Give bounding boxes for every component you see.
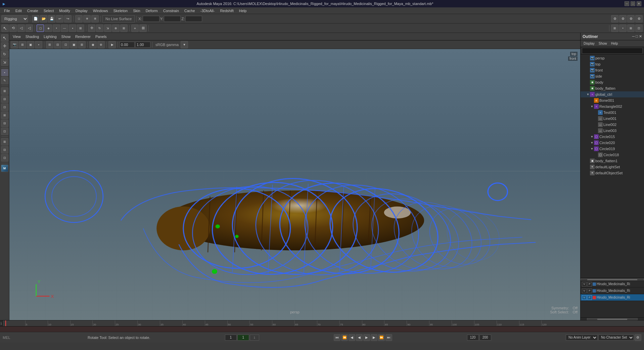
tree-item-default-lightset[interactable]: ✦ defaultLightSet xyxy=(581,164,644,170)
tree-item-body-flatten[interactable]: ▣ body_flatten xyxy=(581,85,644,91)
vp-layout3[interactable]: ⊡ xyxy=(62,41,70,48)
outliner-menu-display[interactable]: Display xyxy=(582,41,596,46)
tree-item-side[interactable]: 📷 side xyxy=(581,73,644,79)
outliner-close[interactable]: ✕ xyxy=(639,34,642,39)
anim-settings-btn[interactable]: ⚙ xyxy=(635,334,641,341)
mode-dropdown[interactable]: Rigging xyxy=(1,15,28,23)
sidebar-rotate[interactable]: ↻ xyxy=(1,50,8,58)
layer-p-2[interactable]: P xyxy=(587,289,592,293)
snap-button[interactable]: ⊞ xyxy=(91,15,99,23)
menu-create[interactable]: Create xyxy=(25,8,41,13)
snap-surface[interactable]: ⊡ xyxy=(635,25,643,32)
camera-top-label[interactable]: top xyxy=(570,52,578,56)
tree-item-line001[interactable]: — Line001 xyxy=(581,116,644,122)
y-input[interactable] xyxy=(164,16,181,22)
select-tool[interactable]: ↖ xyxy=(1,25,9,32)
menu-cache[interactable]: Cache xyxy=(182,8,198,13)
tree-item-persp[interactable]: 📷 persp xyxy=(581,55,644,61)
vp-layout4[interactable]: ▣ xyxy=(70,41,78,48)
sidebar-paint[interactable]: ✎ xyxy=(1,77,8,84)
menu-windows[interactable]: Windows xyxy=(90,8,111,13)
vp-wireframe[interactable]: ▣ xyxy=(27,41,34,48)
tree-item-top[interactable]: 📷 top xyxy=(581,61,644,67)
vp-menu-lighting[interactable]: Lighting xyxy=(42,34,59,39)
outliner-maximize[interactable]: □ xyxy=(636,34,638,39)
vp-value-a[interactable]: 0.00 xyxy=(120,42,135,48)
tree-item-global-ctrl[interactable]: ▼ + global_ctrl xyxy=(581,91,644,97)
menu-constrain[interactable]: Constrain xyxy=(160,8,182,13)
tree-item-circle015[interactable]: ▼ ◯ Circle015 xyxy=(581,134,644,140)
vp-render[interactable]: ▶ xyxy=(108,41,116,48)
menu-display[interactable]: Display xyxy=(73,8,90,13)
tree-item-default-objset[interactable]: ✦ defaultObjectSet xyxy=(581,170,644,176)
timeline-bar[interactable] xyxy=(0,326,644,332)
snap-point[interactable]: • xyxy=(619,25,627,32)
menu-help[interactable]: Help xyxy=(236,8,249,13)
sidebar-extra1[interactable]: ⊞ xyxy=(1,138,8,145)
prev-frame-button[interactable]: ⏪ xyxy=(341,334,348,341)
camera-front-label[interactable]: front xyxy=(568,56,578,61)
outliner-menu-show[interactable]: Show xyxy=(597,41,609,46)
select-mode-button[interactable]: ◻ xyxy=(75,15,83,23)
maya-icon-btn[interactable]: M xyxy=(1,165,8,172)
vp-grid[interactable]: ⊞ xyxy=(19,41,26,48)
vp-menu-panels[interactable]: Panels xyxy=(93,34,109,39)
sidebar-scale[interactable]: ⇲ xyxy=(1,58,8,66)
sidebar-rig2[interactable]: ⊟ xyxy=(1,95,8,103)
sidebar-select[interactable]: ↖ xyxy=(1,34,8,42)
anim-layer-dropdown[interactable]: No Anim Layer xyxy=(566,335,598,341)
lasso-tool[interactable]: ⟲ xyxy=(9,25,17,32)
close-button[interactable]: ✕ xyxy=(637,1,641,6)
vp-menu-view[interactable]: View xyxy=(11,34,23,39)
vp-smooth[interactable]: ▪ xyxy=(35,41,42,48)
next-frame-button[interactable]: ⏩ xyxy=(378,334,385,341)
menu-file[interactable]: File xyxy=(1,8,13,13)
tree-item-circle020[interactable]: ▼ ◯ Circle020 xyxy=(581,140,644,146)
z-input[interactable] xyxy=(185,16,202,22)
char-set-dropdown[interactable]: No Character Set xyxy=(598,335,634,341)
sidebar-rig3[interactable]: ⊡ xyxy=(1,103,8,111)
tree-item-front[interactable]: 📷 front xyxy=(581,67,644,73)
vp-gamma-dropdown[interactable]: ▼ xyxy=(181,41,188,48)
outliner-menu-help[interactable]: Help xyxy=(609,41,620,46)
vp-menu-renderer[interactable]: Renderer xyxy=(73,34,93,39)
universal-manip[interactable]: ⊕ xyxy=(112,25,120,32)
vp-menu-shading[interactable]: Shading xyxy=(24,34,41,39)
settings-button-1[interactable]: ⚙ xyxy=(611,15,618,23)
timeline-ruler[interactable]: 1 51015202530354045505560657075808590951… xyxy=(0,320,644,326)
minimize-button[interactable]: ─ xyxy=(625,1,629,6)
uv-select[interactable]: ⊞ xyxy=(77,25,84,32)
new-scene-button[interactable]: 📄 xyxy=(32,15,39,23)
tree-item-body[interactable]: ▣ body xyxy=(581,79,644,85)
box-select[interactable]: ◻ xyxy=(37,25,44,32)
frame-end-input[interactable] xyxy=(467,335,479,341)
vp-camera[interactable]: 📷 xyxy=(11,41,18,48)
layer-item-3[interactable]: V P Hirudo_Medicinalis_Ri xyxy=(581,294,644,301)
play-forward-button[interactable]: ▶ xyxy=(363,334,370,341)
x-input[interactable] xyxy=(143,16,159,22)
outliner-search-input[interactable] xyxy=(582,48,643,54)
custom-manip[interactable]: ⊞ xyxy=(120,25,128,32)
vp-layout1[interactable]: ⊞ xyxy=(46,41,53,48)
sidebar-move[interactable]: ✛ xyxy=(1,42,8,50)
soft-mod-tool[interactable]: ◁ xyxy=(26,25,33,32)
outliner-minimize[interactable]: ─ xyxy=(632,34,635,39)
menu-edit[interactable]: Edit xyxy=(13,8,25,13)
vp-menu-show[interactable]: Show xyxy=(59,34,73,39)
tree-item-bone001[interactable]: B Bone001 xyxy=(581,97,644,103)
play-back-button[interactable]: ◀ xyxy=(356,334,363,341)
face-select[interactable]: ▪ xyxy=(69,25,76,32)
menu-skeleton[interactable]: Skeleton xyxy=(110,8,130,13)
redo-button[interactable]: ↪ xyxy=(64,15,72,23)
menu-deform[interactable]: Deform xyxy=(143,8,160,13)
vertex-select[interactable]: • xyxy=(53,25,60,32)
settings-button-3[interactable]: ⚙ xyxy=(627,15,635,23)
transform-button[interactable]: ⊕ xyxy=(83,15,91,23)
open-button[interactable]: 📂 xyxy=(40,15,47,23)
layer-v-1[interactable]: V xyxy=(582,282,587,287)
undo-button[interactable]: ↩ xyxy=(56,15,63,23)
sidebar-extra3[interactable]: ⊡ xyxy=(1,154,8,162)
soft-select[interactable]: + xyxy=(131,25,139,32)
tree-item-body-flatten1[interactable]: ▣ body_flatten1 xyxy=(581,158,644,164)
tree-item-line002[interactable]: — Line002 xyxy=(581,122,644,128)
